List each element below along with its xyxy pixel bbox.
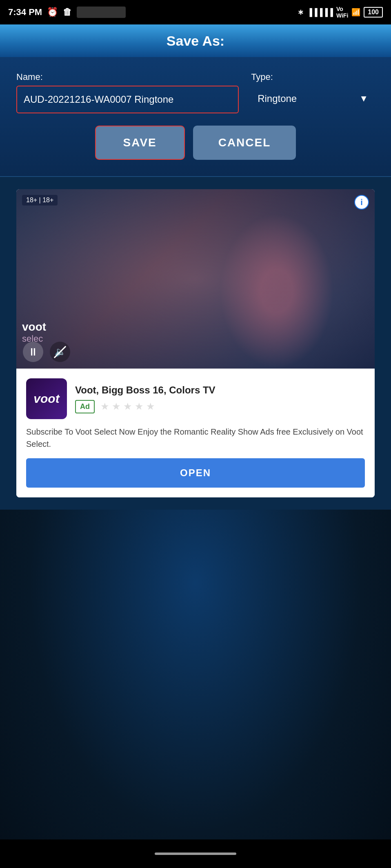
app-header: Save As:: [0, 24, 391, 57]
name-label: Name:: [16, 72, 239, 82]
nav-bar: [0, 839, 391, 868]
ad-container: i 18+ | 18+ voot selec ⏸ 🔈 voot: [16, 189, 375, 497]
video-figure: [220, 214, 334, 369]
status-left: 7:34 PM ⏰ 🗑: [8, 7, 126, 18]
ad-badge: Ad: [75, 400, 95, 413]
video-controls: ⏸ 🔈: [23, 342, 70, 362]
ad-app-row: voot Voot, Bigg Boss 16, Colors TV Ad ★ …: [26, 378, 365, 419]
trash-icon: 🗑: [63, 7, 72, 18]
ad-description: Subscribe To Voot Select Now Enjoy the R…: [26, 426, 365, 450]
ad-meta-row: Ad ★ ★ ★ ★ ★: [75, 400, 365, 413]
ad-app-icon: voot: [26, 378, 67, 419]
pause-button[interactable]: ⏸: [23, 342, 43, 362]
info-icon: i: [360, 198, 363, 207]
ad-video-brand: voot selec: [22, 320, 46, 344]
app-title: Save As:: [167, 33, 224, 49]
ad-open-button[interactable]: OPEN: [26, 458, 365, 488]
chevron-down-icon: ▼: [359, 93, 368, 104]
star-4: ★: [135, 401, 144, 412]
ad-stars: ★ ★ ★ ★ ★: [100, 401, 155, 412]
dialog-area: Name: Type: Ringtone ▼ SAVE CANCEL: [0, 57, 391, 177]
status-right: ∗ ▐▐▐▐▐ VoWiFi 📶 100: [298, 6, 383, 19]
star-3: ★: [123, 401, 132, 412]
ad-app-info: Voot, Bigg Boss 16, Colors TV Ad ★ ★ ★ ★…: [75, 384, 365, 413]
save-button[interactable]: SAVE: [95, 126, 185, 160]
vo-wifi-label: VoWiFi: [336, 6, 348, 19]
type-selector[interactable]: Ringtone ▼: [251, 86, 375, 112]
signal-icon: ▐▐▐▐▐: [307, 8, 333, 17]
name-field-container: Name:: [16, 72, 239, 113]
voot-app-logo-text: voot: [33, 392, 59, 406]
voot-logo: voot: [22, 320, 46, 334]
home-indicator[interactable]: [155, 853, 236, 855]
star-5: ★: [146, 401, 155, 412]
battery-icon: 100: [364, 7, 383, 18]
star-2: ★: [112, 401, 121, 412]
pause-icon: ⏸: [28, 346, 38, 358]
status-bar: 7:34 PM ⏰ 🗑 ∗ ▐▐▐▐▐ VoWiFi 📶 100: [0, 0, 391, 24]
cancel-button[interactable]: CANCEL: [193, 126, 296, 160]
ad-content: voot Voot, Bigg Boss 16, Colors TV Ad ★ …: [16, 369, 375, 497]
notification-bar: [77, 7, 126, 18]
type-field-container: Type: Ringtone ▼: [251, 72, 375, 112]
type-value: Ringtone: [258, 93, 297, 104]
ad-app-name: Voot, Bigg Boss 16, Colors TV: [75, 384, 365, 396]
clock-icon: ⏰: [47, 7, 58, 18]
name-input[interactable]: [16, 86, 239, 113]
type-label: Type:: [251, 72, 375, 82]
ad-info-button[interactable]: i: [354, 195, 369, 210]
dark-background: [0, 510, 391, 868]
star-1: ★: [100, 401, 109, 412]
ad-video-rating-badge: 18+ | 18+: [22, 195, 58, 205]
bluetooth-icon: ∗: [298, 8, 304, 17]
button-row: SAVE CANCEL: [16, 126, 375, 160]
time-display: 7:34 PM: [8, 7, 42, 18]
form-row: Name: Type: Ringtone ▼: [16, 72, 375, 113]
mute-button[interactable]: 🔈: [50, 342, 70, 362]
wifi-icon: 📶: [351, 8, 360, 17]
ad-video-area[interactable]: 18+ | 18+ voot selec ⏸ 🔈: [16, 189, 375, 369]
